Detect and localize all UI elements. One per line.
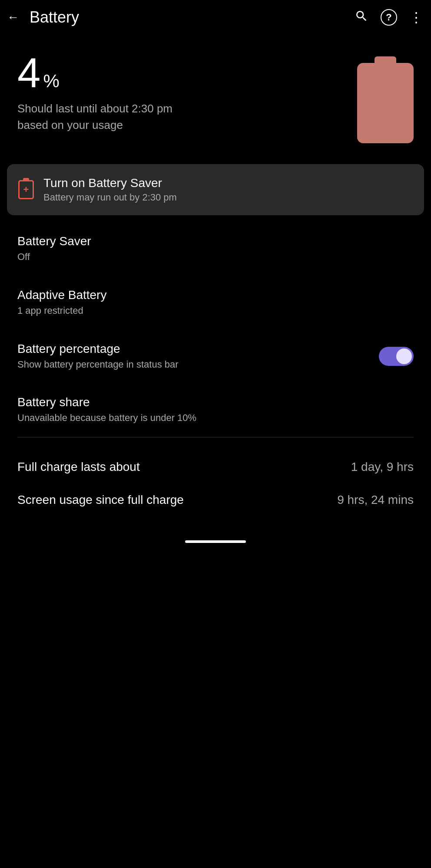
adaptive-battery-title: Adaptive Battery xyxy=(17,288,106,302)
battery-percentage-title: Battery percentage xyxy=(17,342,179,356)
battery-percentage-item-text: Battery percentage Show battery percenta… xyxy=(17,342,179,372)
full-charge-section: Full charge lasts about 1 day, 9 hrs Scr… xyxy=(0,437,431,517)
battery-body xyxy=(357,63,414,143)
adaptive-battery-item-text: Adaptive Battery 1 app restricted xyxy=(17,288,106,318)
plus-symbol: + xyxy=(23,184,29,195)
battery-share-item-text: Battery share Unavailable because batter… xyxy=(17,395,196,425)
battery-percentage-display: 4 % xyxy=(17,52,357,94)
battery-saver-item[interactable]: Battery Saver Off xyxy=(0,222,431,276)
screen-usage-value: 9 hrs, 24 mins xyxy=(328,493,414,507)
battery-percentage-item[interactable]: Battery percentage Show battery percenta… xyxy=(0,330,431,384)
back-button[interactable]: ← xyxy=(7,10,19,24)
battery-percent-sign: % xyxy=(43,72,59,90)
adaptive-battery-item[interactable]: Adaptive Battery 1 app restricted xyxy=(0,276,431,330)
battery-saver-title: Battery Saver xyxy=(17,234,91,248)
adaptive-battery-subtitle: 1 app restricted xyxy=(17,304,106,318)
bottom-nav-indicator xyxy=(185,540,246,543)
help-icon[interactable]: ? xyxy=(381,9,397,26)
more-options-icon[interactable]: ⋮ xyxy=(409,9,422,26)
search-icon[interactable] xyxy=(355,9,368,26)
battery-visual xyxy=(357,56,414,143)
screen-usage-label: Screen usage since full charge xyxy=(17,491,328,508)
battery-saver-text: Turn on Battery Saver Battery may run ou… xyxy=(43,176,177,203)
screen-usage-row: Screen usage since full charge 9 hrs, 24… xyxy=(17,483,414,517)
battery-estimate-text: Should last until about 2:30 pm based on… xyxy=(17,101,182,133)
full-charge-value: 1 day, 9 hrs xyxy=(342,460,414,474)
app-header: ← Battery ? ⋮ xyxy=(0,0,431,35)
battery-percentage-toggle[interactable] xyxy=(379,347,414,366)
battery-saver-subtitle: Off xyxy=(17,250,91,264)
battery-saver-card-subtitle: Battery may run out by 2:30 pm xyxy=(43,192,177,203)
battery-percentage-subtitle: Show battery percentage in status bar xyxy=(17,358,179,372)
battery-saver-card-icon: + xyxy=(17,180,35,199)
battery-saver-card[interactable]: + Turn on Battery Saver Battery may run … xyxy=(7,164,424,215)
battery-share-title: Battery share xyxy=(17,395,196,409)
full-charge-row: Full charge lasts about 1 day, 9 hrs xyxy=(17,451,414,483)
battery-icon-area xyxy=(357,52,414,143)
page-title: Battery xyxy=(30,8,355,26)
battery-share-item[interactable]: Battery share Unavailable because batter… xyxy=(0,383,431,437)
battery-share-subtitle: Unavailable because battery is under 10% xyxy=(17,411,196,425)
battery-percentage-area: 4 % Should last until about 2:30 pm base… xyxy=(17,52,357,133)
toggle-knob xyxy=(396,349,412,364)
bottom-indicator-area xyxy=(0,517,431,552)
battery-saver-item-text: Battery Saver Off xyxy=(17,234,91,264)
battery-number: 4 xyxy=(17,52,40,94)
battery-plus-icon: + xyxy=(18,180,34,199)
full-charge-label: Full charge lasts about xyxy=(17,460,342,474)
battery-saver-card-title: Turn on Battery Saver xyxy=(43,176,177,190)
battery-info-section: 4 % Should last until about 2:30 pm base… xyxy=(0,35,431,161)
header-actions: ? ⋮ xyxy=(355,9,422,26)
settings-list: Battery Saver Off Adaptive Battery 1 app… xyxy=(0,222,431,437)
